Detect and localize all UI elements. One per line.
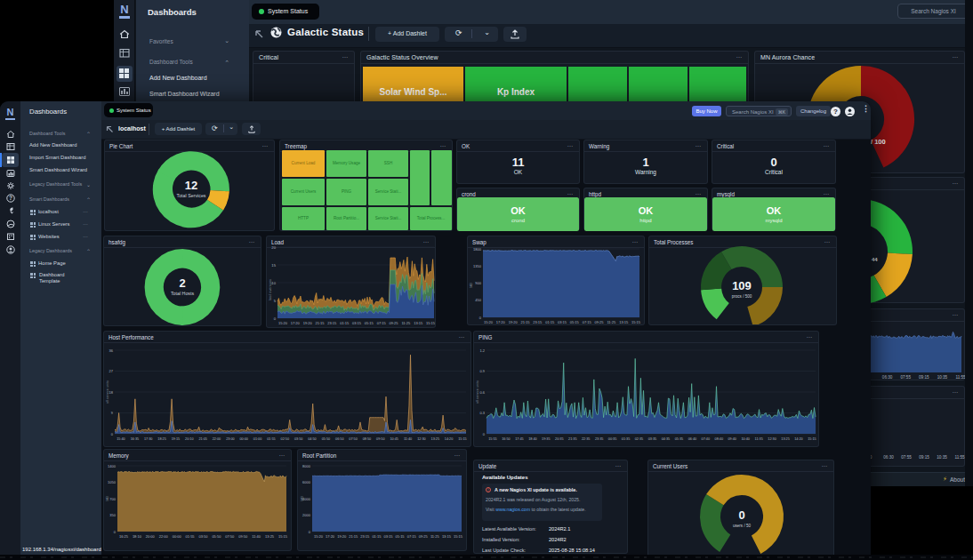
svg-text:20: 20 (271, 245, 276, 250)
svg-text:all service units: all service units (106, 380, 109, 404)
svg-text:01:15: 01:15 (340, 321, 350, 325)
svg-text:23:15: 23:15 (360, 534, 370, 539)
svg-text:15:15: 15:15 (631, 320, 641, 324)
svg-text:01:35: 01:35 (622, 437, 631, 441)
svg-text:?: ? (9, 195, 12, 201)
svg-text:350: 350 (109, 513, 116, 517)
svg-text:36: 36 (109, 348, 114, 353)
svg-text:14:20: 14:20 (794, 437, 803, 441)
svg-text:00:35: 00:35 (608, 437, 617, 441)
svg-text:all service units: all service units (476, 380, 479, 404)
svg-text:14:20: 14:20 (445, 437, 454, 441)
svg-text:22:00: 22:00 (213, 437, 221, 441)
svg-text:12: 12 (185, 179, 197, 192)
svg-text:00:00: 00:00 (239, 437, 248, 441)
svg-text:Total Services: Total Services (177, 193, 206, 198)
svg-text:1400: 1400 (108, 464, 117, 468)
svg-text:20:00: 20:00 (146, 534, 156, 539)
svg-text:9: 9 (111, 411, 114, 415)
svg-text:15: 15 (271, 263, 276, 268)
svg-text:22:00: 22:00 (159, 534, 169, 539)
svg-text:18:10: 18:10 (133, 534, 142, 539)
svg-text:03:50: 03:50 (198, 534, 208, 539)
svg-text:12:30: 12:30 (417, 437, 426, 441)
svg-text:13:25: 13:25 (265, 534, 275, 539)
svg-text:700: 700 (109, 497, 116, 501)
svg-text:11:25: 11:25 (401, 321, 410, 325)
svg-text:20:10: 20:10 (185, 437, 194, 441)
svg-text:21:15: 21:15 (520, 320, 530, 324)
svg-text:12:30: 12:30 (768, 437, 776, 441)
svg-text:00:00: 00:00 (173, 534, 182, 539)
svg-text:19:15: 19:15 (172, 437, 181, 441)
svg-text:13:25: 13:25 (781, 437, 790, 441)
svg-text:19:20: 19:20 (509, 320, 519, 324)
svg-text:23:00: 23:00 (226, 437, 235, 441)
svg-text:0: 0 (479, 316, 482, 320)
svg-text:27: 27 (109, 369, 114, 373)
svg-text:08:40: 08:40 (715, 437, 724, 441)
svg-text:03:50: 03:50 (294, 437, 303, 441)
svg-text:MB: MB (106, 496, 109, 501)
svg-text:17:20: 17:20 (291, 321, 301, 325)
svg-text:10:45: 10:45 (390, 437, 398, 441)
svg-text:07:40: 07:40 (702, 437, 711, 441)
svg-text:19:20: 19:20 (303, 321, 313, 325)
svg-text:13:25: 13:25 (431, 437, 440, 441)
svg-text:09:40: 09:40 (728, 437, 736, 441)
svg-text:02:50: 02:50 (281, 437, 290, 441)
svg-text:21:35: 21:35 (568, 437, 577, 441)
svg-text:21:05: 21:05 (198, 437, 207, 441)
svg-text:23:35: 23:35 (595, 437, 604, 441)
svg-text:09:15: 09:15 (919, 455, 929, 460)
svg-text:05:15: 05:15 (396, 534, 406, 539)
svg-text:16:25: 16:25 (119, 534, 129, 539)
svg-text:09:15: 09:15 (919, 375, 929, 380)
svg-text:11:35: 11:35 (755, 437, 763, 441)
svg-text:08:50: 08:50 (363, 437, 372, 441)
svg-text:18: 18 (109, 390, 114, 395)
svg-text:01:15: 01:15 (372, 534, 382, 539)
svg-text:06:30: 06:30 (882, 375, 893, 380)
svg-text:900: 900 (475, 281, 481, 285)
svg-text:07:55: 07:55 (900, 375, 911, 380)
svg-text:1350: 1350 (473, 264, 482, 268)
svg-text:10:40: 10:40 (741, 437, 750, 441)
svg-text:19:20: 19:20 (337, 534, 347, 539)
svg-text:23:15: 23:15 (327, 321, 337, 325)
svg-text:04:35: 04:35 (662, 437, 671, 441)
svg-text:16:35: 16:35 (131, 437, 140, 441)
svg-text:15:55: 15:55 (488, 437, 497, 441)
svg-text:13:15: 13:15 (442, 534, 452, 539)
svg-text:18:40: 18:40 (528, 437, 537, 441)
svg-text:09:25: 09:25 (419, 534, 429, 539)
svg-text:17:20: 17:20 (326, 534, 335, 539)
svg-text:11:40: 11:40 (252, 534, 261, 539)
svg-text:15:40: 15:40 (117, 437, 125, 441)
svg-text:0.3: 0.3 (479, 411, 485, 415)
svg-text:10: 10 (271, 281, 276, 285)
svg-text:15:15: 15:15 (426, 321, 435, 325)
svg-text:2: 2 (179, 276, 185, 290)
svg-text:23:15: 23:15 (533, 320, 543, 324)
svg-text:09:50: 09:50 (238, 534, 248, 539)
svg-text:03:15: 03:15 (352, 321, 362, 325)
svg-text:09:50: 09:50 (376, 437, 385, 441)
svg-text:load averages: load averages (269, 279, 272, 300)
svg-text:1050: 1050 (108, 480, 117, 484)
svg-text:11:55: 11:55 (954, 455, 965, 460)
svg-text:0: 0 (274, 316, 277, 321)
svg-text:17:20: 17:20 (496, 320, 506, 324)
svg-text:01:15: 01:15 (545, 320, 555, 324)
svg-text:0: 0 (738, 508, 744, 522)
svg-text:07:15: 07:15 (583, 320, 592, 324)
svg-text:20:35: 20:35 (555, 437, 564, 441)
svg-text:21:15: 21:15 (349, 534, 358, 539)
svg-text:07:55: 07:55 (901, 455, 912, 460)
svg-text:05:15: 05:15 (365, 321, 374, 325)
svg-text:44: 44 (872, 257, 878, 262)
svg-text:17:30: 17:30 (144, 437, 153, 441)
svg-text:0.9: 0.9 (479, 369, 485, 373)
svg-text:procs / 500: procs / 500 (732, 294, 752, 299)
svg-text:users / 50: users / 50 (733, 524, 752, 528)
